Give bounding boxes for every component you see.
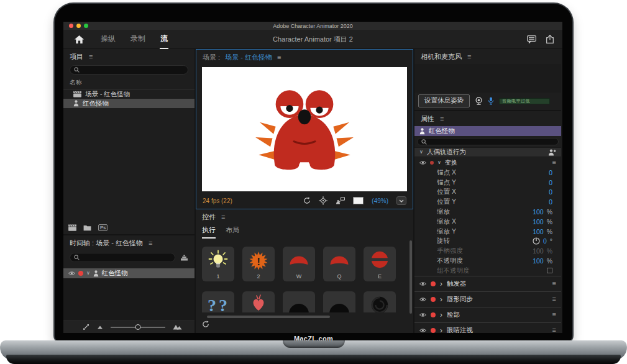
property-value[interactable]: 100 (533, 257, 544, 265)
puppet-track-behaviors-section[interactable]: ∨ 人偶轨道行为 (414, 147, 561, 157)
timeline-zoom-slider[interactable] (111, 324, 165, 330)
behavior-menu-icon[interactable]: ≡ (552, 327, 556, 333)
timeline-panel-menu-icon[interactable]: ≡ (149, 240, 152, 247)
project-panel-menu-icon[interactable]: ≡ (89, 53, 93, 60)
visibility-eye-icon[interactable] (68, 271, 75, 276)
rotation-dial-icon[interactable] (533, 237, 540, 245)
visibility-eye-icon[interactable] (419, 328, 426, 333)
background-color-swatch[interactable] (353, 197, 364, 204)
arm-record-dot[interactable] (431, 281, 436, 286)
chevron-right-icon[interactable]: › (440, 327, 442, 333)
workspace-tab-录制[interactable]: 录制 (130, 29, 146, 49)
behavior-menu-icon[interactable]: ≡ (552, 311, 556, 318)
photoshop-icon[interactable]: Ps (98, 224, 108, 231)
add-behavior-icon[interactable] (548, 149, 556, 156)
behavior-row[interactable]: › 触发器 ≡ (414, 276, 561, 291)
zoom-dropdown-button[interactable] (396, 196, 406, 205)
behavior-menu-icon[interactable]: ≡ (552, 280, 556, 287)
camera-toggle-icon[interactable] (475, 97, 483, 105)
puppet-pin-icon[interactable] (336, 197, 345, 204)
project-item[interactable]: 红色怪物 (63, 99, 195, 108)
property-checkbox[interactable] (547, 268, 552, 273)
property-label: 组不透明度 (437, 266, 470, 275)
timeline-stage-icon[interactable] (180, 255, 188, 261)
visibility-eye-icon[interactable] (419, 297, 426, 302)
microphone-icon[interactable] (488, 97, 494, 105)
visibility-eye-icon[interactable] (419, 312, 426, 317)
chevron-right-icon[interactable]: › (440, 311, 442, 319)
property-value[interactable]: 100 (533, 247, 544, 255)
trigger-tile[interactable] (242, 291, 275, 312)
camera-mic-panel-menu-icon[interactable]: ≡ (467, 53, 471, 60)
arm-record-dot[interactable] (431, 312, 436, 317)
scene-panel-menu-icon[interactable]: ≡ (277, 54, 281, 61)
chevron-right-icon[interactable]: › (440, 296, 442, 303)
properties-panel-menu-icon[interactable]: ≡ (440, 116, 444, 122)
property-value[interactable]: 0 (549, 179, 552, 186)
property-value[interactable]: 100 (533, 228, 544, 235)
trigger-tile[interactable]: W (283, 247, 315, 281)
chevron-right-icon[interactable]: › (440, 280, 442, 288)
trigger-tile[interactable]: 1 (202, 247, 234, 281)
property-value[interactable]: 100 (533, 218, 544, 225)
scene-name-link[interactable]: 场景 - 红色怪物 (225, 53, 272, 62)
timeline-empty-area[interactable] (63, 278, 195, 321)
feedback-icon[interactable] (527, 35, 536, 43)
project-name-column-header[interactable]: 名称 (63, 77, 195, 89)
trigger-tile[interactable]: E (364, 247, 396, 281)
chevron-down-icon[interactable]: ∨ (86, 271, 90, 276)
red-monster-character[interactable] (240, 84, 368, 175)
trigger-tile[interactable] (364, 291, 396, 312)
property-value[interactable]: 0 (549, 198, 552, 206)
scene-viewport[interactable] (202, 67, 407, 191)
trigger-tile[interactable]: ?? (202, 291, 234, 312)
monster-nose (298, 109, 311, 124)
set-rest-pose-button[interactable]: 设置休息姿势 (418, 94, 470, 107)
arm-record-dot[interactable] (430, 161, 434, 165)
transform-menu-icon[interactable]: ≡ (552, 159, 556, 166)
controls-tab-布局[interactable]: 布局 (226, 225, 239, 239)
share-icon[interactable] (546, 35, 554, 43)
behavior-menu-icon[interactable]: ≡ (552, 296, 556, 303)
vertical-scrollbar[interactable] (410, 240, 412, 314)
selected-puppet-row[interactable]: 红色怪物 (414, 126, 561, 136)
refresh-scene-icon[interactable] (303, 197, 311, 204)
controls-tab-执行[interactable]: 执行 (202, 225, 216, 239)
arm-record-dot[interactable] (431, 297, 436, 302)
refresh-controls-icon[interactable] (202, 321, 413, 328)
property-value[interactable]: 0 (549, 188, 552, 196)
arm-record-dot[interactable] (78, 271, 83, 276)
home-icon[interactable] (75, 35, 84, 43)
behavior-row[interactable]: › 唇形同步 ≡ (414, 291, 561, 307)
chevron-down-icon[interactable]: ∨ (437, 160, 441, 165)
zoom-out-mountain-icon[interactable] (97, 325, 103, 329)
timeline-search-input[interactable] (70, 253, 175, 262)
behavior-row[interactable]: › 脸部 ≡ (414, 307, 561, 322)
controls-panel-menu-icon[interactable]: ≡ (221, 214, 225, 221)
visibility-eye-icon[interactable] (419, 281, 426, 286)
timeline-track[interactable]: ∨ 红色怪物 (63, 268, 195, 278)
visibility-eye-icon[interactable] (419, 160, 426, 165)
property-value[interactable]: 100 (533, 208, 544, 216)
project-item[interactable]: 场景 - 红色怪物 (63, 89, 195, 99)
workspace-tab-流[interactable]: 流 (160, 29, 168, 49)
new-scene-icon[interactable] (68, 224, 76, 231)
camera-reset-icon[interactable] (319, 196, 327, 205)
zoom-to-fit-icon[interactable] (83, 324, 89, 330)
property-value[interactable]: 0 (549, 169, 552, 176)
slider-knob[interactable] (135, 324, 141, 330)
project-search-input[interactable] (70, 65, 188, 75)
behavior-row[interactable]: › 眼睛注视 ≡ (414, 322, 561, 333)
new-folder-icon[interactable] (83, 225, 91, 231)
horizontal-scrollbar[interactable] (207, 316, 330, 318)
trigger-tile[interactable]: Q (323, 247, 355, 281)
property-value[interactable]: 0 (543, 237, 547, 245)
arm-record-dot[interactable] (431, 328, 436, 333)
zoom-in-mountain-icon[interactable] (173, 324, 182, 330)
trigger-tile[interactable]: ! 2 (242, 247, 275, 281)
properties-search-input[interactable] (417, 138, 559, 145)
question-marks-icon: ?? (206, 294, 231, 312)
trigger-tile[interactable] (283, 291, 315, 312)
trigger-tile[interactable] (323, 291, 355, 312)
workspace-tab-操纵[interactable]: 操纵 (100, 29, 116, 49)
